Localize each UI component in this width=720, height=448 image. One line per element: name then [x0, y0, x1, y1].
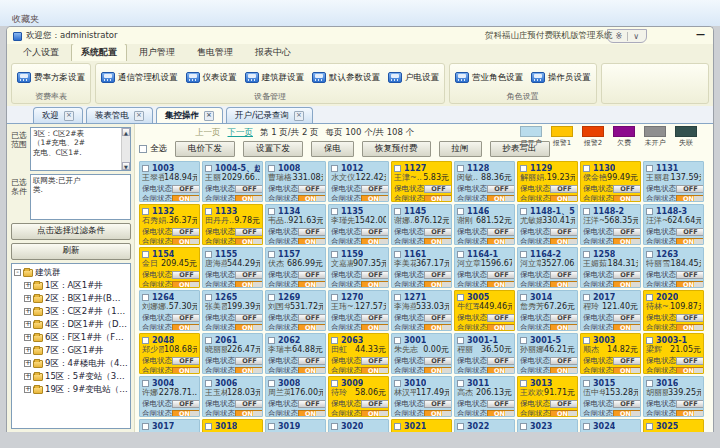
tab-close-icon[interactable]: × [134, 111, 144, 121]
meter-tile[interactable]: 1133田丹丹..9.78元保电状态OFF合闸状态ON [202, 204, 263, 245]
keep-power-toggle[interactable]: OFF [424, 185, 452, 193]
tree-item[interactable]: +2区：B区1#井(B区1# [24, 292, 128, 305]
tile-checkbox[interactable] [394, 337, 401, 344]
meter-tile[interactable]: 1264刘娜娜..57.30元保电状态OFF合闸状态ON [139, 290, 200, 331]
switch-state-toggle[interactable]: ON [550, 195, 578, 203]
keep-power-toggle[interactable]: OFF [424, 228, 452, 236]
tile-checkbox[interactable] [142, 423, 149, 430]
keep-power-toggle[interactable]: OFF [676, 228, 704, 236]
meter-tile[interactable]: 3023保电状态OFF合闸状态ON [517, 419, 578, 432]
switch-state-toggle[interactable]: ON [676, 195, 704, 203]
scroll-up-icon[interactable]: ▲ [122, 128, 130, 136]
keep-power-toggle[interactable]: OFF [613, 314, 641, 322]
tile-checkbox[interactable] [142, 337, 149, 344]
meter-tile[interactable]: 1128闵敏..88.36元保电状态OFF合闸状态ON [454, 161, 515, 202]
meter-tile[interactable]: 1003王翠香148.94元保电状态OFF合闸状态ON [139, 161, 200, 202]
tile-checkbox[interactable] [394, 208, 401, 215]
keep-power-toggle[interactable]: OFF [487, 228, 515, 236]
ribbon-button-建筑群设置[interactable]: 建筑群设置 [245, 72, 305, 84]
meter-tile[interactable]: 3011高杰206.13元保电状态OFF合闸状态ON [454, 376, 515, 417]
tree-item[interactable]: +1区：A区1#井 [24, 279, 128, 292]
switch-state-toggle[interactable]: ON [172, 238, 200, 246]
tile-checkbox[interactable] [394, 251, 401, 258]
meter-tile[interactable]: 2062李瑞丰64.88元保电状态OFF合闸状态ON [265, 333, 326, 374]
tab-集控操作[interactable]: 集控操作× [156, 107, 223, 123]
tile-checkbox[interactable] [331, 251, 338, 258]
keep-power-toggle[interactable]: OFF [361, 185, 389, 193]
meter-tile[interactable]: 1132石秀娟..36.37元保电状态OFF合闸状态ON [139, 204, 200, 245]
tile-checkbox[interactable] [394, 165, 401, 172]
ribbon-button-户电设置[interactable]: 户电设置 [388, 72, 439, 84]
meter-tile[interactable]: 3014詹秀芳67.26元保电状态OFF合闸状态ON [517, 290, 578, 331]
meter-tile[interactable]: 3016胡丽丽339.25元保电状态OFF合闸状态ON [643, 376, 704, 417]
tab-close-icon[interactable]: × [204, 111, 214, 121]
keep-power-toggle[interactable]: OFF [613, 271, 641, 279]
tile-checkbox[interactable] [268, 337, 275, 344]
tile-checkbox[interactable] [646, 165, 653, 172]
keep-power-toggle[interactable]: OFF [613, 185, 641, 193]
switch-state-toggle[interactable]: ON [613, 238, 641, 246]
tile-checkbox[interactable] [646, 337, 653, 344]
switch-state-toggle[interactable]: ON [361, 238, 389, 246]
meter-tile[interactable]: 1135李瑾先..1542.00..保电状态OFF合闸状态ON [328, 204, 389, 245]
meter-tile[interactable]: 1148-2汪洋~568.35元保电状态OFF合闸状态ON [580, 204, 641, 245]
meter-tile[interactable]: 1161李美花367.17元保电状态OFF合闸状态ON [391, 247, 452, 288]
switch-state-toggle[interactable]: ON [235, 367, 263, 375]
keep-power-toggle[interactable]: OFF [550, 271, 578, 279]
toolbar-button-拉闸[interactable]: 拉闸 [439, 141, 482, 157]
tile-checkbox[interactable] [205, 380, 212, 387]
keep-power-toggle[interactable]: OFF [172, 400, 200, 408]
tree-item[interactable]: +7区：G区1#井 [24, 344, 128, 357]
keep-power-toggle[interactable]: OFF [235, 271, 263, 279]
listbox-scrollbar[interactable]: ▲ ▼ [121, 128, 130, 170]
keep-power-toggle[interactable]: OFF [361, 271, 389, 279]
collapse-icon[interactable]: - [14, 269, 21, 276]
switch-state-toggle[interactable]: ON [487, 281, 515, 289]
meter-tile[interactable]: 1265张美霞199.39元保电状态OFF合闸状态ON [202, 290, 263, 331]
meter-tile[interactable]: 3022保电状态OFF合闸状态ON [454, 419, 515, 432]
menu-item-系统配置[interactable]: 系统配置 [71, 43, 127, 61]
keep-power-toggle[interactable]: OFF [676, 400, 704, 408]
tile-checkbox[interactable] [331, 208, 338, 215]
tab-欢迎[interactable]: 欢迎× [33, 107, 83, 123]
meter-tile[interactable]: 3020保电状态OFF合闸状态ON [328, 419, 389, 432]
keep-power-toggle[interactable]: OFF [613, 357, 641, 365]
meter-tile[interactable]: 3017保电状态OFF合闸状态ON [139, 419, 200, 432]
meter-tile[interactable]: 1154金日209.45元保电状态OFF合闸状态ON [139, 247, 200, 288]
expand-icon[interactable]: + [24, 308, 31, 315]
meter-tile[interactable]: 1012水文仪..122.42元保电状态OFF合闸状态ON [328, 161, 389, 202]
switch-state-toggle[interactable]: ON [676, 367, 704, 375]
tile-checkbox[interactable] [583, 208, 590, 215]
switch-state-toggle[interactable]: ON [361, 195, 389, 203]
switch-state-toggle[interactable]: ON [487, 367, 515, 375]
keep-power-toggle[interactable]: OFF [550, 314, 578, 322]
switch-state-toggle[interactable]: ON [172, 324, 200, 332]
tile-checkbox[interactable] [205, 337, 212, 344]
switch-state-toggle[interactable]: ON [487, 238, 515, 246]
tile-checkbox[interactable] [457, 423, 464, 430]
meter-tile[interactable]: 3001-5孙丽娜46.21元保电状态OFF合闸状态ON [517, 333, 578, 374]
keep-power-toggle[interactable]: OFF [550, 185, 578, 193]
tile-checkbox[interactable] [583, 294, 590, 301]
tile-checkbox[interactable] [268, 380, 275, 387]
switch-state-toggle[interactable]: ON [487, 410, 515, 418]
keep-power-toggle[interactable]: OFF [676, 185, 704, 193]
tree-item[interactable]: +4区：D区1#井（D区1 [24, 318, 128, 331]
switch-state-toggle[interactable]: ON [298, 281, 326, 289]
keep-power-toggle[interactable]: OFF [361, 314, 389, 322]
keep-power-toggle[interactable]: OFF [298, 357, 326, 365]
meter-tile[interactable]: 1148-3汪洋~624.64元保电状态OFF合闸状态ON [643, 204, 704, 245]
switch-state-toggle[interactable]: ON [613, 324, 641, 332]
switch-state-toggle[interactable]: ON [676, 410, 704, 418]
tile-checkbox[interactable] [205, 208, 212, 215]
keep-power-toggle[interactable]: OFF [613, 228, 641, 236]
tree-item[interactable]: +3区：C区2#井（1#充 [24, 305, 128, 318]
keep-power-toggle[interactable]: OFF [172, 185, 200, 193]
tile-checkbox[interactable] [331, 165, 338, 172]
select-all-control[interactable]: 全选 [139, 143, 167, 155]
keep-power-toggle[interactable]: OFF [235, 357, 263, 365]
choose-filter-button[interactable]: 点击选择过滤条件 [11, 223, 131, 240]
tile-checkbox[interactable] [646, 251, 653, 258]
switch-state-toggle[interactable]: ON [424, 324, 452, 332]
toolbar-button-保电[interactable]: 保电 [311, 141, 354, 157]
